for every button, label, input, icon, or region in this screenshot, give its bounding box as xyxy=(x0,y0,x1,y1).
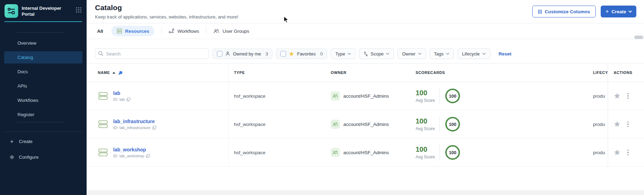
window-bottom-strip xyxy=(87,190,644,195)
main-content: Catalog Keep track of applications, serv… xyxy=(87,0,644,195)
table-row: lab_workshop ID: lab_workshop xyxy=(87,138,644,167)
column-header-lifecycle[interactable]: LIFECY xyxy=(590,63,608,82)
sidebar-item-apis[interactable]: APIs xyxy=(4,80,82,92)
user-groups-icon xyxy=(213,29,219,34)
copy-icon[interactable] xyxy=(126,97,131,102)
owner-name: account/HSF_Admins xyxy=(343,122,389,127)
page-header: Catalog Keep track of applications, serv… xyxy=(87,0,644,23)
copy-icon[interactable] xyxy=(146,154,150,158)
resource-id: ID: lab xyxy=(113,97,125,102)
scorecard-ring: 100 xyxy=(445,117,460,132)
owned-by-me-filter[interactable]: Owned by me 3 xyxy=(212,48,272,59)
owned-by-me-checkbox[interactable] xyxy=(217,51,222,57)
favorite-star-icon[interactable] xyxy=(614,121,621,128)
row-menu-kebab-icon[interactable] xyxy=(626,92,630,100)
lifecycle-value: produ xyxy=(593,93,605,99)
type-filter-dropdown[interactable]: Type xyxy=(331,48,356,59)
owner-filter-dropdown[interactable]: Owner xyxy=(397,48,426,59)
sidebar-create-button[interactable]: + Create xyxy=(0,135,87,148)
owned-by-me-label: Owned by me xyxy=(233,51,261,57)
pin-icon[interactable] xyxy=(118,70,123,75)
avg-score-label: Avg Score xyxy=(416,98,437,103)
owner-name: account/HSF_Admins xyxy=(343,150,389,155)
tags-filter-label: Tags xyxy=(434,51,444,57)
workflows-icon xyxy=(169,28,174,34)
page-title: Catalog xyxy=(95,3,238,12)
column-header-name-label: NAME xyxy=(98,70,110,75)
sidebar-item-catalog[interactable]: Catalog xyxy=(4,51,82,63)
tab-separator xyxy=(206,27,206,35)
tab-resources-label: Resources xyxy=(125,29,149,34)
plus-icon: + xyxy=(9,138,14,145)
scorecard-divider xyxy=(439,88,440,104)
tab-user-groups[interactable]: User Groups xyxy=(213,29,249,34)
favorite-star-icon[interactable] xyxy=(614,149,621,156)
column-header-actions: ACTIONS xyxy=(608,63,644,82)
sidebar-item-register[interactable]: Register xyxy=(4,108,82,121)
sidebar-configure-button[interactable]: Configure xyxy=(0,151,87,163)
tab-all[interactable]: All xyxy=(97,29,103,34)
create-button[interactable]: + Create xyxy=(601,6,636,17)
row-menu-kebab-icon[interactable] xyxy=(626,149,630,157)
scorecard-ring-value: 100 xyxy=(449,93,456,99)
scope-filter-dropdown[interactable]: Scope xyxy=(359,48,394,59)
lifecycle-filter-dropdown[interactable]: Lifecycle xyxy=(458,48,490,59)
favorites-filter[interactable]: Favorites 0 xyxy=(276,48,327,59)
owned-by-me-count: 3 xyxy=(265,51,268,57)
app-title: Internal Developer Portal xyxy=(22,4,63,17)
lifecycle-value: produ xyxy=(593,122,605,127)
customize-columns-button[interactable]: Customize Columns xyxy=(532,6,596,17)
resources-icon xyxy=(117,28,122,34)
sidebar-item-docs[interactable]: Docs xyxy=(4,66,82,78)
customize-columns-label: Customize Columns xyxy=(545,9,590,14)
resource-type: hsf_workspace xyxy=(234,122,265,127)
sidebar: Internal Developer Portal Overview Catal… xyxy=(0,0,87,195)
sort-ascending-icon[interactable] xyxy=(112,72,115,74)
tags-filter-dropdown[interactable]: Tags xyxy=(430,48,454,59)
column-header-scorecards[interactable]: SCORECARDS xyxy=(407,63,590,82)
table-header-row: NAME TYPE OWNER SCORECARDS LIFECY ACTION… xyxy=(87,63,644,82)
resource-id: ID: lab_infrastructure xyxy=(113,126,151,130)
scorecard-ring-value: 100 xyxy=(449,150,456,155)
create-button-label: Create xyxy=(612,9,626,14)
owner-filter-label: Owner xyxy=(402,51,415,57)
sidebar-item-overview[interactable]: Overview xyxy=(4,37,82,49)
tab-workflows[interactable]: Workflows xyxy=(169,28,199,34)
column-header-owner[interactable]: OWNER xyxy=(325,63,407,82)
avg-score-value: 100 xyxy=(416,117,437,125)
tab-separator xyxy=(161,27,162,35)
catalog-tabs: All Resources xyxy=(87,23,644,39)
resource-name-link[interactable]: lab xyxy=(113,90,131,96)
chevron-down-icon xyxy=(446,53,449,55)
resource-type: hsf_workspace xyxy=(234,150,265,155)
resource-name-link[interactable]: lab_workshop xyxy=(113,147,150,152)
search-input[interactable] xyxy=(95,48,209,59)
sidebar-divider xyxy=(17,32,65,33)
resource-id: ID: lab_workshop xyxy=(113,154,144,158)
type-filter-label: Type xyxy=(335,51,345,57)
owner-group-icon xyxy=(331,120,340,129)
favorite-star-icon[interactable] xyxy=(614,92,621,99)
chevron-down-icon xyxy=(386,53,389,55)
resource-name-link[interactable]: lab_infrastructure xyxy=(113,119,156,124)
plus-icon: + xyxy=(606,8,609,15)
reset-filters-link[interactable]: Reset xyxy=(499,51,512,57)
row-menu-kebab-icon[interactable] xyxy=(626,120,630,128)
sidebar-item-workflows[interactable]: Workflows xyxy=(4,94,82,106)
scrollbar-thumb[interactable] xyxy=(634,36,643,39)
favorites-checkbox[interactable] xyxy=(280,51,286,57)
tab-workflows-label: Workflows xyxy=(177,29,199,34)
column-header-type[interactable]: TYPE xyxy=(229,63,325,82)
app-switcher-grid-icon[interactable] xyxy=(76,4,82,14)
catalog-table: NAME TYPE OWNER SCORECARDS LIFECY ACTION… xyxy=(87,63,644,167)
filter-bar: Owned by me 3 Favorites 0 Type xyxy=(87,48,644,59)
tab-resources[interactable]: Resources xyxy=(111,26,154,36)
column-header-name[interactable]: NAME xyxy=(87,63,229,82)
copy-icon[interactable] xyxy=(152,126,156,130)
avg-score-label: Avg Score xyxy=(416,126,437,131)
scope-filter-label: Scope xyxy=(371,51,383,57)
brand-accent-rule xyxy=(5,21,82,22)
scorecard-divider xyxy=(439,144,440,161)
tab-user-groups-label: User Groups xyxy=(222,29,249,34)
person-icon xyxy=(225,51,230,56)
